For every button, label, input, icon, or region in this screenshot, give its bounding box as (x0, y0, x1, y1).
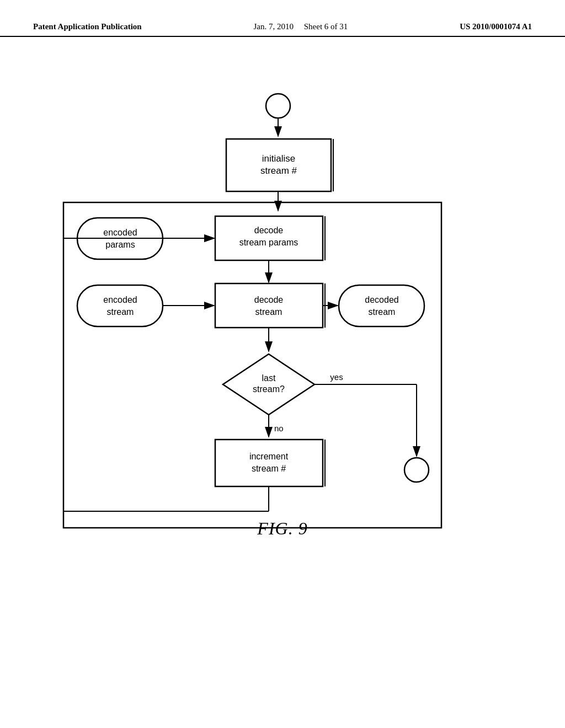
last-stream-text-1: last (262, 373, 276, 383)
decoded-stream-oval (339, 285, 424, 326)
increment-stream-box (215, 440, 323, 486)
encoded-params-text-1: encoded (103, 228, 137, 237)
decode-stream-params-text-1: decode (254, 226, 284, 235)
initialise-stream-text-2: stream # (260, 165, 297, 176)
publication-title: Patent Application Publication (33, 22, 142, 31)
publication-date: Jan. 7, 2010 (254, 22, 294, 31)
decode-stream-text-1: decode (254, 295, 284, 304)
sheet-info: Sheet 6 of 31 (304, 22, 348, 31)
yes-label: yes (330, 372, 343, 382)
end-circle (404, 458, 429, 482)
initialise-stream-text-1: initialise (262, 153, 295, 164)
encoded-stream-text-2: stream (107, 307, 134, 317)
page-header: Patent Application Publication Jan. 7, 2… (0, 0, 565, 37)
encoded-stream-text-1: encoded (103, 295, 137, 304)
figure-label: FIG. 9 (257, 518, 307, 539)
decoded-stream-text-2: stream (369, 307, 396, 317)
encoded-params-text-2: params (105, 240, 135, 249)
header-center: Jan. 7, 2010 Sheet 6 of 31 (254, 22, 348, 31)
flowchart-svg: initialise stream # encoded params decod… (0, 53, 565, 594)
last-stream-text-2: stream? (253, 384, 285, 394)
decode-stream-params-text-2: stream params (239, 238, 299, 247)
start-circle (266, 94, 290, 118)
patent-number: US 2010/0001074 A1 (460, 22, 532, 31)
no-label: no (274, 424, 284, 433)
decoded-stream-text-1: decoded (365, 295, 398, 304)
increment-stream-text-1: increment (249, 452, 289, 461)
increment-stream-text-2: stream # (252, 464, 286, 473)
decode-stream-text-2: stream (255, 307, 282, 317)
decode-stream-box (215, 283, 323, 328)
encoded-stream-oval (77, 285, 163, 326)
diagram-area: initialise stream # encoded params decod… (0, 53, 565, 594)
